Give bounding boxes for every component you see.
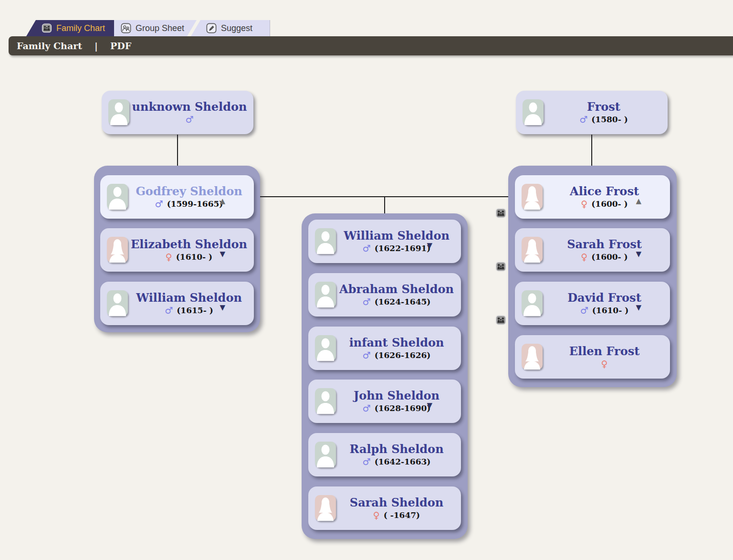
person-name: Frost	[587, 101, 620, 113]
female-avatar-icon	[522, 344, 543, 370]
expand-down-arrow-icon[interactable]: ▼	[427, 402, 432, 409]
toolbar-link-pdf[interactable]: PDF	[110, 41, 131, 51]
female-avatar-icon	[107, 237, 128, 263]
expand-down-arrow-icon[interactable]: ▼	[220, 304, 225, 311]
male-symbol: ♂	[579, 115, 587, 124]
expand-down-arrow-icon[interactable]: ▼	[220, 251, 225, 258]
person-name: Ellen Frost	[569, 346, 639, 357]
person-card-unknown-sheldon[interactable]: unknown Sheldon ♂	[102, 91, 253, 134]
male-avatar-icon	[107, 290, 128, 316]
person-name: Sarah Sheldon	[350, 497, 443, 508]
person-card-godfrey-sheldon[interactable]: Godfrey Sheldon ♂ (1599-1665) ▲	[100, 175, 254, 219]
toolbar-separator: |	[94, 41, 98, 51]
male-symbol: ♂	[185, 115, 193, 124]
person-name: John Sheldon	[354, 390, 440, 402]
person-card-william-sheldon-1622[interactable]: William Sheldon ♂ (1622-1691) ▼	[308, 220, 461, 263]
person-name: Godfrey Sheldon	[136, 186, 242, 197]
family-chart-link-icon[interactable]	[495, 261, 506, 273]
person-card-sarah-frost[interactable]: Sarah Frost ♀ (1600- ) ▼	[515, 228, 670, 272]
person-name: David Frost	[567, 292, 641, 304]
tab-suggest[interactable]: Suggest	[191, 20, 270, 36]
family-chart-link-icon[interactable]	[495, 207, 506, 219]
life-dates: (1642-1663)	[375, 458, 431, 466]
person-card-sarah-sheldon[interactable]: Sarah Sheldon ♀ ( -1647)	[308, 486, 461, 530]
male-symbol: ♂	[363, 351, 371, 360]
female-symbol: ♀	[166, 253, 172, 262]
life-dates: (1628-1690)	[375, 404, 431, 412]
life-dates: (1610- )	[176, 253, 212, 261]
person-card-alice-frost[interactable]: Alice Frost ♀ (1600- ) ▲	[515, 175, 670, 219]
male-avatar-icon	[315, 442, 336, 467]
person-name: Ralph Sheldon	[349, 444, 443, 455]
person-name: unknown Sheldon	[132, 101, 247, 113]
family-chart-app: Family Chart Group Sheet Suggest Family …	[0, 0, 733, 560]
male-avatar-icon	[107, 184, 128, 210]
female-symbol: ♀	[581, 253, 587, 262]
life-dates: (1600- )	[591, 253, 628, 261]
female-symbol: ♀	[373, 511, 380, 520]
person-card-william-sheldon-1615[interactable]: William Sheldon ♂ (1615- ) ▼	[100, 282, 254, 325]
male-avatar-icon	[315, 335, 336, 361]
children-group: William Sheldon ♂ (1622-1691) ▼ Abraham …	[302, 213, 468, 539]
life-dates: (1599-1665)	[167, 200, 223, 208]
person-card-abraham-sheldon[interactable]: Abraham Sheldon ♂ (1624-1645)	[308, 273, 461, 317]
family-chart-icon	[42, 23, 52, 33]
expand-down-arrow-icon[interactable]: ▼	[427, 242, 432, 249]
tab-group-sheet[interactable]: Group Sheet	[114, 20, 197, 36]
collapse-up-arrow-icon[interactable]: ▲	[636, 198, 641, 205]
male-symbol: ♂	[363, 297, 371, 306]
person-name: William Sheldon	[136, 292, 242, 304]
connector-line-children	[384, 197, 385, 214]
female-avatar-icon	[522, 184, 543, 210]
male-avatar-icon	[315, 388, 336, 414]
person-name: William Sheldon	[344, 230, 450, 242]
life-dates: (1626-1626)	[375, 351, 431, 359]
person-name: Elizabeth Sheldon	[131, 239, 247, 250]
male-avatar-icon	[315, 282, 336, 307]
female-symbol: ♀	[581, 200, 587, 209]
male-symbol: ♂	[155, 200, 163, 209]
parents-group: Godfrey Sheldon ♂ (1599-1665) ▲ Elizabet…	[94, 166, 260, 332]
female-avatar-icon	[522, 237, 543, 263]
tab-label: Family Chart	[56, 23, 105, 33]
male-avatar-icon	[108, 99, 129, 125]
person-card-david-frost[interactable]: David Frost ♂ (1610- ) ▼	[515, 282, 670, 325]
male-symbol: ♂	[363, 404, 371, 413]
male-symbol: ♂	[363, 457, 371, 466]
mother-family-group: Alice Frost ♀ (1600- ) ▲ Sarah Frost ♀ (…	[508, 166, 677, 387]
suggest-icon	[206, 23, 217, 33]
life-dates: (1622-1691)	[375, 244, 431, 253]
male-symbol: ♂	[165, 306, 173, 315]
chart-toolbar: Family Chart | PDF	[9, 36, 733, 55]
tab-family-chart[interactable]: Family Chart	[26, 20, 114, 36]
male-symbol: ♂	[580, 306, 588, 315]
life-dates: (1615- )	[177, 306, 213, 315]
collapse-up-arrow-icon[interactable]: ▲	[220, 198, 225, 205]
connector-line-marriage	[258, 196, 516, 197]
person-card-john-sheldon[interactable]: John Sheldon ♂ (1628-1690) ▼	[308, 380, 461, 423]
male-avatar-icon	[523, 99, 544, 125]
person-card-frost[interactable]: Frost ♂ (1580- )	[516, 91, 668, 134]
male-avatar-icon	[522, 290, 543, 316]
life-dates: (1600- )	[591, 200, 628, 208]
person-name: Abraham Sheldon	[339, 284, 454, 295]
tab-label: Suggest	[221, 23, 252, 33]
person-card-infant-sheldon[interactable]: infant Sheldon ♂ (1626-1626)	[308, 327, 461, 370]
toolbar-link-family-chart[interactable]: Family Chart	[17, 41, 82, 51]
female-symbol: ♀	[601, 359, 608, 369]
person-card-ellen-frost[interactable]: Ellen Frost ♀	[515, 335, 670, 379]
life-dates: (1610- )	[592, 306, 628, 315]
person-card-ralph-sheldon[interactable]: Ralph Sheldon ♂ (1642-1663)	[308, 433, 461, 476]
male-avatar-icon	[315, 228, 336, 254]
tab-label: Group Sheet	[136, 23, 184, 33]
expand-down-arrow-icon[interactable]: ▼	[636, 251, 641, 258]
life-dates: ( -1647)	[384, 511, 420, 519]
person-name: infant Sheldon	[349, 337, 444, 349]
expand-down-arrow-icon[interactable]: ▼	[636, 304, 641, 311]
family-chart-link-icon[interactable]	[495, 314, 506, 326]
person-name: Alice Frost	[570, 186, 639, 197]
female-avatar-icon	[315, 495, 336, 521]
person-card-elizabeth-sheldon[interactable]: Elizabeth Sheldon ♀ (1610- ) ▼	[100, 228, 254, 272]
male-symbol: ♂	[363, 244, 371, 253]
life-dates: (1624-1645)	[375, 298, 431, 306]
